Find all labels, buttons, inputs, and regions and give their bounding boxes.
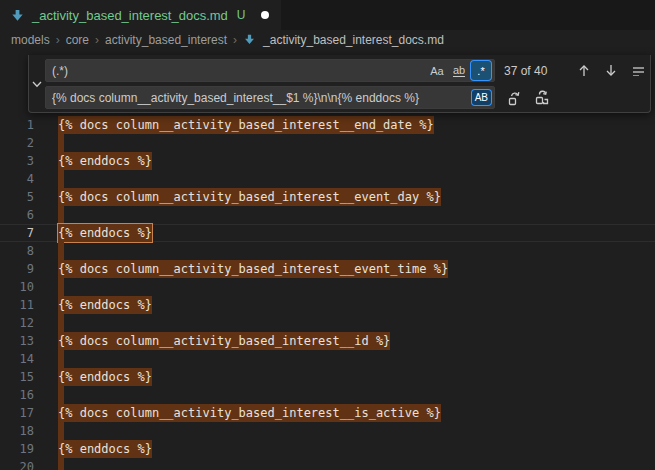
line-number: 13 xyxy=(0,332,36,350)
editor-line[interactable]: 17 {% docs column__activity_based_intere… xyxy=(0,404,655,422)
line-text xyxy=(58,170,64,188)
line-number: 6 xyxy=(0,206,36,224)
breadcrumb: models › core › activity_based_interest … xyxy=(0,30,655,49)
line-number: 8 xyxy=(0,242,36,260)
editor-line[interactable]: 10 xyxy=(0,278,655,296)
line-text: {% enddocs %} xyxy=(58,440,152,458)
regex-toggle[interactable]: .* xyxy=(471,61,491,80)
line-number: 1 xyxy=(0,116,36,134)
line-number: 18 xyxy=(0,422,36,440)
editor-line[interactable]: 11 {% enddocs %} xyxy=(0,296,655,314)
line-text xyxy=(58,278,64,296)
line-text: {% docs column__activity_based_interest_… xyxy=(58,260,448,278)
editor-line[interactable]: 6 xyxy=(0,206,655,224)
chevron-down-icon xyxy=(32,80,42,88)
editor-line[interactable]: 1 {% docs column__activity_based_interes… xyxy=(0,116,655,134)
editor-line[interactable]: 16 xyxy=(0,386,655,404)
line-text xyxy=(58,206,64,224)
editor-line[interactable]: 14 xyxy=(0,350,655,368)
line-number: 9 xyxy=(0,260,36,278)
line-number: 10 xyxy=(0,278,36,296)
vscode-window: _activity_based_interest_docs.md U model… xyxy=(0,0,655,470)
line-text xyxy=(58,314,64,332)
git-status-badge: U xyxy=(237,8,246,22)
editor-line[interactable]: 19 {% enddocs %} xyxy=(0,440,655,458)
replace-all-icon xyxy=(534,90,550,106)
whole-word-toggle[interactable]: ab xyxy=(449,61,469,80)
line-text xyxy=(58,422,64,440)
line-text: {% docs column__activity_based_interest_… xyxy=(58,116,434,134)
editor-line[interactable]: 18 xyxy=(0,422,655,440)
line-text xyxy=(58,350,64,368)
editor-line[interactable]: 8 xyxy=(0,242,655,260)
replace-icon xyxy=(507,90,523,106)
breadcrumb-item-models[interactable]: models xyxy=(11,33,50,47)
line-number: 19 xyxy=(0,440,36,458)
breadcrumb-separator: › xyxy=(53,33,63,47)
replace-all-button[interactable] xyxy=(531,87,553,109)
breadcrumb-item-core[interactable]: core xyxy=(66,33,89,47)
toggle-replace-button[interactable] xyxy=(29,59,45,108)
replace-value: {% docs column__activity_based_interest_… xyxy=(52,91,472,105)
line-text xyxy=(58,134,64,152)
arrow-up-icon xyxy=(578,64,590,77)
previous-match-button[interactable] xyxy=(573,60,595,82)
line-number: 16 xyxy=(0,386,36,404)
tab-filename: _activity_based_interest_docs.md xyxy=(32,8,228,23)
line-text: {% enddocs %} xyxy=(58,152,152,170)
markdown-file-icon xyxy=(10,8,25,23)
markdown-file-icon xyxy=(243,33,256,46)
find-input[interactable]: (.*) Aa ab .* xyxy=(45,59,495,82)
line-text: {% docs column__activity_based_interest_… xyxy=(58,332,390,350)
line-number: 2 xyxy=(0,134,36,152)
match-case-toggle[interactable]: Aa xyxy=(427,61,447,80)
editor-line[interactable]: 4 xyxy=(0,170,655,188)
editor-line[interactable]: 7 {% enddocs %} xyxy=(0,224,655,242)
editor-line[interactable]: 3 {% enddocs %} xyxy=(0,152,655,170)
selection-lines-icon xyxy=(632,66,645,76)
line-number: 7 xyxy=(0,224,36,242)
breadcrumb-separator: › xyxy=(230,33,240,47)
line-number: 17 xyxy=(0,404,36,422)
editor-line[interactable]: 13 {% docs column__activity_based_intere… xyxy=(0,332,655,350)
editor-line[interactable]: 2 xyxy=(0,134,655,152)
editor-line[interactable]: 15 {% enddocs %} xyxy=(0,368,655,386)
line-text: {% enddocs %} xyxy=(58,296,152,314)
line-text xyxy=(58,458,64,470)
unsaved-changes-dot[interactable] xyxy=(261,11,269,19)
line-text: {% docs column__activity_based_interest_… xyxy=(58,404,441,422)
line-number: 12 xyxy=(0,314,36,332)
editor-line[interactable]: 20 xyxy=(0,458,655,470)
find-query: (.*) xyxy=(52,64,425,78)
breadcrumb-item-filename[interactable]: _activity_based_interest_docs.md xyxy=(263,33,444,47)
line-number: 14 xyxy=(0,350,36,368)
editor-line[interactable]: 12 xyxy=(0,314,655,332)
line-text: {% docs column__activity_based_interest_… xyxy=(58,188,441,206)
editor-line[interactable]: 5 {% docs column__activity_based_interes… xyxy=(0,188,655,206)
replace-button[interactable] xyxy=(504,87,526,109)
line-number: 11 xyxy=(0,296,36,314)
breadcrumb-item-activity-based-interest[interactable]: activity_based_interest xyxy=(105,33,227,47)
editor-line[interactable]: 9 {% docs column__activity_based_interes… xyxy=(0,260,655,278)
line-number: 4 xyxy=(0,170,36,188)
line-number: 20 xyxy=(0,458,36,470)
tab-active-file[interactable]: _activity_based_interest_docs.md U xyxy=(0,0,281,30)
find-row: (.*) Aa ab .* 37 of 40 xyxy=(45,59,655,82)
tab-bar: _activity_based_interest_docs.md U xyxy=(0,0,655,30)
line-number: 15 xyxy=(0,368,36,386)
preserve-case-toggle[interactable]: AB xyxy=(472,90,491,105)
line-number: 3 xyxy=(0,152,36,170)
line-text: {% enddocs %} xyxy=(58,368,152,386)
find-in-selection-button[interactable] xyxy=(627,60,649,82)
match-count-label: 37 of 40 xyxy=(504,64,560,78)
replace-row: {% docs column__activity_based_interest_… xyxy=(45,86,655,109)
next-match-button[interactable] xyxy=(600,60,622,82)
line-text xyxy=(58,386,64,404)
replace-input[interactable]: {% docs column__activity_based_interest_… xyxy=(45,86,495,109)
line-number: 5 xyxy=(0,188,36,206)
line-text xyxy=(58,242,64,260)
line-text: {% enddocs %} xyxy=(58,224,152,242)
arrow-down-icon xyxy=(605,64,617,77)
breadcrumb-separator: › xyxy=(92,33,102,47)
find-replace-widget: (.*) Aa ab .* 37 of 40 xyxy=(28,55,651,113)
